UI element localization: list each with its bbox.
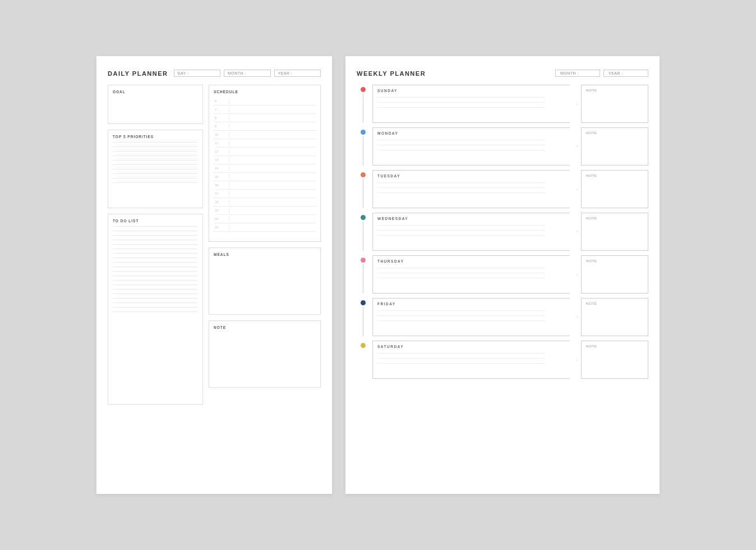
schedule-row: 12 [214, 148, 316, 156]
note-label-wednesday: NOTE [586, 217, 643, 220]
note-label-tuesday: NOTE [586, 174, 643, 177]
todo-line-3 [113, 235, 198, 236]
day-row-wednesday: WEDNESDAYNOTE [357, 213, 648, 251]
daily-header: DAILY PLANNER DAY : MONTH : YEAR : [108, 70, 321, 77]
day-line [377, 315, 545, 316]
tag-box-wednesday[interactable]: WEDNESDAY [372, 213, 578, 251]
todo-line-13 [113, 280, 198, 281]
todo-label: TO DO LIST [113, 219, 198, 223]
day-line [377, 235, 545, 236]
schedule-row: 9 [214, 122, 316, 131]
todo-line-9 [113, 262, 198, 263]
day-row-thursday: THURSDAYNOTE [357, 255, 648, 294]
daily-planner-page: DAILY PLANNER DAY : MONTH : YEAR : GOAL … [96, 56, 332, 494]
weekly-year-field[interactable]: YEAR : [603, 70, 648, 77]
weekly-month-field[interactable]: MONTH : [555, 70, 600, 77]
note-friday[interactable]: NOTE [581, 298, 648, 336]
day-connector-sunday [357, 85, 369, 123]
connector-line-friday [363, 306, 363, 336]
note-label-saturday: NOTE [586, 345, 643, 348]
dot-friday [361, 300, 366, 305]
tag-box-sunday[interactable]: SUNDAY [372, 85, 578, 123]
goal-section: GOAL [108, 85, 203, 124]
day-connector-monday [357, 127, 369, 166]
day-name-sunday: SUNDAY [377, 89, 564, 93]
day-lines-thursday [377, 265, 564, 278]
schedule-row: 14 [214, 164, 316, 173]
meals-section: MEALS [209, 247, 321, 315]
tag-box-tuesday[interactable]: TUESDAY [372, 170, 578, 208]
goal-label: GOAL [113, 90, 198, 94]
day-lines-sunday [377, 95, 564, 108]
connector-line-tuesday [363, 178, 363, 208]
day-connector-saturday [357, 341, 369, 379]
priority-line-8 [113, 173, 198, 174]
todo-section: TO DO LIST [108, 214, 203, 405]
dot-sunday [361, 87, 366, 92]
tag-box-thursday[interactable]: THURSDAY [372, 255, 578, 294]
weekly-title: WEEKLY PLANNER [357, 70, 426, 77]
priority-line-9 [113, 178, 198, 178]
todo-line-14 [113, 285, 198, 285]
priority-line-2 [113, 146, 198, 147]
days-list: SUNDAYNOTEMONDAYNOTETUESDAYNOTEWEDNESDAY… [357, 85, 648, 379]
connector-line-thursday [363, 264, 363, 294]
day-line [377, 140, 545, 140]
schedule-row: 18 [214, 198, 316, 207]
schedule-row: 19 [214, 207, 316, 215]
dot-monday [361, 130, 366, 135]
note-sunday[interactable]: NOTE [581, 85, 648, 123]
note-saturday[interactable]: NOTE [581, 341, 648, 379]
day-connector-friday [357, 298, 369, 336]
note-thursday[interactable]: NOTE [581, 255, 648, 294]
note-monday[interactable]: NOTE [581, 127, 648, 166]
dot-tuesday [361, 172, 366, 177]
tag-area-friday: FRIDAY [372, 298, 578, 336]
year-field[interactable]: YEAR : [274, 70, 321, 77]
pages-container: DAILY PLANNER DAY : MONTH : YEAR : GOAL … [96, 56, 660, 494]
daily-title: DAILY PLANNER [108, 70, 168, 77]
note-wednesday[interactable]: NOTE [581, 213, 648, 251]
tag-box-saturday[interactable]: SATURDAY [372, 341, 578, 379]
schedule-row: 10 [214, 131, 316, 139]
todo-line-17 [113, 298, 198, 299]
day-lines-saturday [377, 351, 564, 364]
day-name-monday: MONDAY [377, 131, 564, 135]
note-label-thursday: NOTE [586, 259, 643, 263]
priorities-label: TOP 5 PRIORITIES [113, 135, 198, 139]
day-line [377, 320, 545, 321]
day-name-friday: FRIDAY [377, 302, 564, 306]
note-tuesday[interactable]: NOTE [581, 170, 648, 208]
priority-line-5 [113, 160, 198, 161]
month-field[interactable]: MONTH : [224, 70, 270, 77]
todo-line-2 [113, 231, 198, 231]
tag-box-friday[interactable]: FRIDAY [372, 298, 578, 336]
note-label-sunday: NOTE [586, 89, 643, 92]
day-name-wednesday: WEDNESDAY [377, 217, 564, 221]
tag-area-thursday: THURSDAY [372, 255, 578, 294]
todo-line-1 [113, 226, 198, 227]
schedule-row: 17 [214, 190, 316, 198]
day-connector-wednesday [357, 213, 369, 251]
tag-box-monday[interactable]: MONDAY [372, 127, 578, 166]
note-label: NOTE [214, 326, 316, 329]
todo-line-12 [113, 276, 198, 276]
day-name-tuesday: TUESDAY [377, 174, 564, 178]
day-line [377, 358, 545, 359]
todo-line-16 [113, 294, 198, 294]
day-line [377, 145, 545, 145]
daily-left-column: GOAL TOP 5 PRIORITIES [108, 85, 203, 405]
schedule-grid: 6 7 8 9 10 11 12 13 14 15 16 17 18 19 [214, 97, 316, 232]
day-line [377, 353, 545, 354]
schedule-row: 20 [214, 215, 316, 223]
day-field[interactable]: DAY : [174, 70, 220, 77]
day-row-saturday: SATURDAYNOTE [357, 341, 648, 379]
weekly-planner-page: WEEKLY PLANNER MONTH : YEAR : SUNDAYNOTE… [345, 56, 660, 494]
day-lines-wednesday [377, 223, 564, 236]
priority-line-7 [113, 169, 198, 169]
day-name-thursday: THURSDAY [377, 259, 564, 263]
day-lines-tuesday [377, 180, 564, 193]
priorities-lines [113, 142, 198, 183]
day-line [377, 182, 545, 183]
schedule-row: 8 [214, 114, 316, 122]
